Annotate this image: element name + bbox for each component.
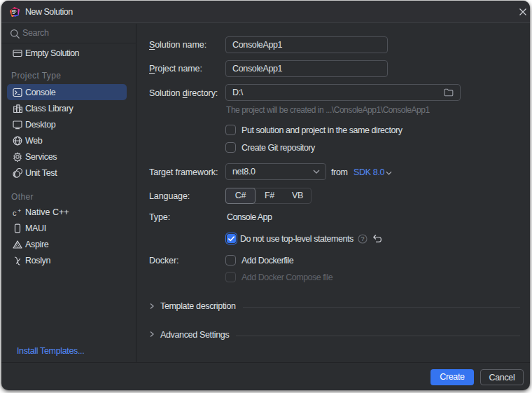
svg-text:?: ? — [361, 235, 365, 242]
svg-text:c: c — [13, 209, 17, 217]
svg-text:+: + — [18, 207, 21, 214]
